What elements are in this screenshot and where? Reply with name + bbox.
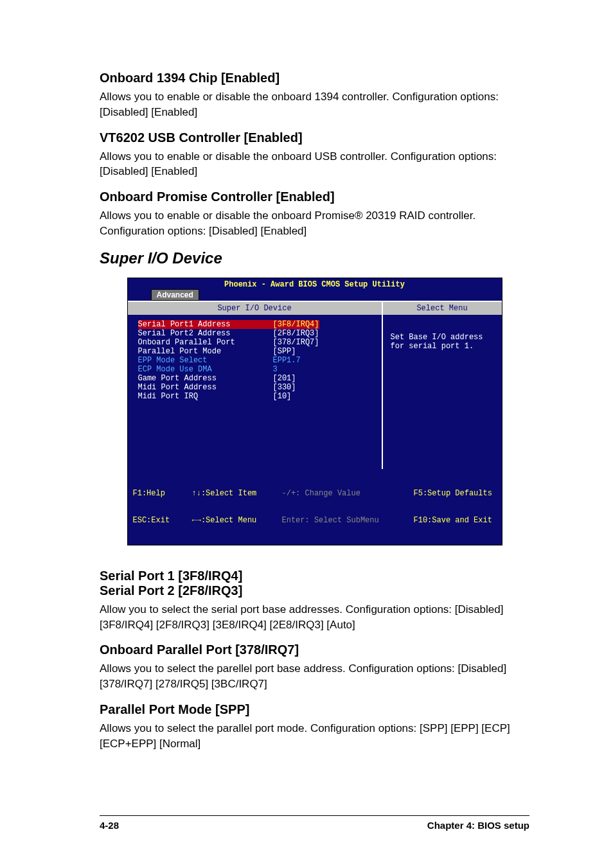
bios-footer-keys: F1:Help ESC:Exit ↑↓:Select Item ←→:Selec… xyxy=(128,469,502,545)
chapter-title: Chapter 4: BIOS setup xyxy=(427,820,529,831)
bios-key-defaults: F5:Setup Defaults xyxy=(414,489,497,498)
bios-row-value: 3 xyxy=(273,365,278,374)
heading-onboard-parallel-port: Onboard Parallel Port [378/IRQ7] xyxy=(100,642,529,657)
bios-key-select-menu: ←→:Select Menu xyxy=(192,516,282,525)
heading-vt6202-usb: VT6202 USB Controller [Enabled] xyxy=(100,130,529,145)
body-onboard-promise: Allows you to enable or disable the onbo… xyxy=(100,208,529,239)
bios-row-value: [10] xyxy=(273,392,292,401)
bios-key-save-exit: F10:Save and Exit xyxy=(414,516,497,525)
bios-screenshot: Phoenix - Award BIOS CMOS Setup Utility … xyxy=(127,278,502,545)
bios-row-label[interactable]: Serial Port1 Address xyxy=(138,320,273,329)
bios-row-value: [201] xyxy=(273,374,296,383)
bios-panel-title: Super I/O Device xyxy=(128,302,382,315)
bios-tab-advanced: Advanced xyxy=(151,289,199,301)
bios-row-label: EPP Mode Select xyxy=(138,356,273,365)
bios-row-value: [330] xyxy=(273,383,296,392)
heading-super-io-device: Super I/O Device xyxy=(100,249,529,267)
bios-row-label[interactable]: Onboard Parallel Port xyxy=(138,338,273,347)
bios-row-label[interactable]: Parallel Port Mode xyxy=(138,347,273,356)
bios-row-value: [2F8/IRQ3] xyxy=(273,329,319,338)
body-onboard-parallel-port: Allows you to select the parellel port b… xyxy=(100,661,529,692)
heading-parallel-port-mode: Parallel Port Mode [SPP] xyxy=(100,702,529,717)
bios-row-label[interactable]: Serial Port2 Address xyxy=(138,329,273,338)
bios-help-text: Set Base I/O address for serial port 1. xyxy=(391,333,494,351)
page-footer: 4-28 Chapter 4: BIOS setup xyxy=(100,815,529,831)
heading-serial-port-2: Serial Port 2 [2F8/IRQ3] xyxy=(100,583,529,598)
bios-key-change-value: -/+: Change Value xyxy=(282,489,414,498)
bios-help-title: Select Menu xyxy=(383,302,502,315)
bios-title: Phoenix - Award BIOS CMOS Setup Utility xyxy=(128,278,502,289)
body-vt6202-usb: Allows you to enable or disable the onbo… xyxy=(100,149,529,180)
bios-row-label: ECP Mode Use DMA xyxy=(138,365,273,374)
body-serial-ports: Allow you to select the serial port base… xyxy=(100,602,529,633)
bios-key-select-item: ↑↓:Select Item xyxy=(192,489,282,498)
bios-key-help: F1:Help xyxy=(133,489,192,498)
body-onboard-1394: Allows you to enable or disable the onbo… xyxy=(100,89,529,120)
body-parallel-port-mode: Allows you to select the parallel port m… xyxy=(100,721,529,752)
bios-key-submenu: Enter: Select SubMenu xyxy=(282,516,414,525)
bios-row-value: EPP1.7 xyxy=(273,356,301,365)
bios-row-value: [378/IRQ7] xyxy=(273,338,319,347)
bios-row-value: [3F8/IRQ4] xyxy=(273,320,319,329)
bios-row-label[interactable]: Game Port Address xyxy=(138,374,273,383)
page-number: 4-28 xyxy=(100,820,119,831)
heading-onboard-promise: Onboard Promise Controller [Enabled] xyxy=(100,190,529,204)
bios-row-label[interactable]: Midi Port IRQ xyxy=(138,392,273,401)
bios-row-label[interactable]: Midi Port Address xyxy=(138,383,273,392)
bios-key-exit: ESC:Exit xyxy=(133,516,192,525)
bios-settings-list: Serial Port1 Address [3F8/IRQ4] Serial P… xyxy=(128,315,382,469)
heading-onboard-1394: Onboard 1394 Chip [Enabled] xyxy=(100,71,529,85)
bios-row-value: [SPP] xyxy=(273,347,296,356)
bios-help-panel: Set Base I/O address for serial port 1. xyxy=(382,315,502,469)
heading-serial-port-1: Serial Port 1 [3F8/IRQ4] xyxy=(100,569,529,583)
